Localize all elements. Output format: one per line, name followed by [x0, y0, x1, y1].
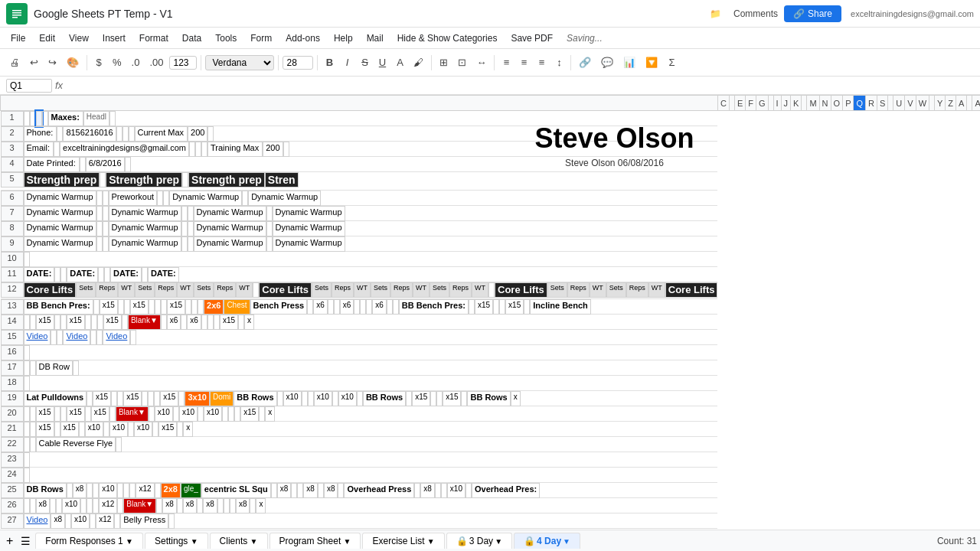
cell-d3[interactable]	[54, 142, 60, 157]
tab-3day[interactable]: 🔒 3 Day ▼	[446, 533, 512, 549]
reps-21-4[interactable]: x10	[85, 422, 103, 437]
cell-date-val[interactable]: 6/8/2016	[86, 157, 125, 172]
cell-l14[interactable]	[97, 315, 103, 330]
row24-cells[interactable]	[24, 468, 30, 483]
cell-r1[interactable]	[42, 111, 48, 126]
cell-pq7[interactable]	[103, 206, 109, 221]
cells-c17[interactable]	[24, 360, 30, 376]
cells-af13[interactable]	[387, 299, 393, 315]
reps-14-2[interactable]: x15	[67, 315, 85, 330]
cell-ak13[interactable]	[469, 299, 475, 315]
row23-cells[interactable]	[24, 452, 30, 468]
cell-ak25[interactable]	[414, 483, 420, 498]
cell-r19[interactable]: Domi	[210, 391, 234, 406]
cells-f15[interactable]	[51, 330, 57, 345]
cells-z19[interactable]	[332, 391, 338, 406]
cell-e13[interactable]	[93, 299, 100, 315]
menu-insert[interactable]: Insert	[96, 31, 132, 45]
cells-r20[interactable]	[149, 406, 155, 422]
reps-20-3[interactable]: x15	[91, 406, 109, 422]
cell-c21[interactable]	[24, 422, 30, 437]
cell-d2[interactable]	[57, 126, 63, 142]
reps-25-1[interactable]: x8	[73, 483, 87, 498]
currency-btn[interactable]: $	[91, 55, 106, 70]
cell-e21[interactable]	[30, 422, 36, 437]
reps-25-4[interactable]: x8	[277, 483, 292, 498]
cell-g20[interactable]	[54, 406, 60, 422]
cell-phone-val[interactable]: 8156216016	[63, 126, 116, 142]
cells-n14[interactable]	[122, 315, 128, 330]
cell-h14[interactable]	[60, 315, 67, 330]
cell-aa13[interactable]	[360, 299, 366, 315]
cells-r26[interactable]	[156, 498, 162, 514]
align-right[interactable]: ≡	[534, 55, 549, 70]
reps-27-2[interactable]: x10	[71, 514, 90, 529]
cell-l13[interactable]	[161, 299, 167, 315]
cell-pq17[interactable]	[30, 360, 36, 376]
cell-an19[interactable]	[436, 391, 443, 406]
cell-warmup3-vals9[interactable]	[266, 236, 273, 252]
cell-aj14[interactable]	[214, 315, 220, 330]
reps-25-7[interactable]: x8	[420, 483, 435, 498]
decimal-inc[interactable]: .00	[145, 55, 167, 70]
col-G[interactable]: G	[756, 96, 768, 111]
cell-r2[interactable]	[129, 126, 135, 142]
cell-e26[interactable]	[30, 498, 36, 514]
cells-aq25[interactable]	[466, 483, 472, 498]
reps-13-8[interactable]: x15	[505, 299, 524, 315]
font-select[interactable]: Verdana Arial Times New Roman	[205, 55, 274, 70]
align-center[interactable]: ≡	[516, 55, 531, 70]
cell-warmup3-vals8[interactable]	[266, 221, 273, 236]
folder-icon[interactable]: 📁	[710, 8, 721, 19]
cell-l25[interactable]	[129, 483, 136, 498]
reps-13-3[interactable]: x15	[167, 299, 185, 315]
cell-am19[interactable]	[430, 391, 436, 406]
cells-am14[interactable]	[238, 315, 244, 330]
menu-data[interactable]: Data	[176, 31, 207, 45]
cell-g13[interactable]	[118, 299, 124, 315]
row16-cells[interactable]	[24, 345, 30, 360]
cell-j25[interactable]	[117, 483, 123, 498]
tab-form-responses[interactable]: Form Responses 1 ▼	[35, 533, 143, 549]
cell-t25[interactable]	[271, 483, 277, 498]
reps-14-1[interactable]: x15	[36, 315, 54, 330]
col-F[interactable]: F	[746, 96, 756, 111]
cells-v21[interactable]	[103, 422, 109, 437]
col-N[interactable]: N	[819, 96, 831, 111]
reps-14-5[interactable]: x6	[187, 315, 201, 330]
cell-email-val[interactable]: exceltrainingdesigns@gmail.com	[60, 142, 189, 157]
cell-warmup-3b[interactable]	[96, 221, 103, 236]
borders-button[interactable]: ⊞	[436, 55, 452, 70]
cells-n20[interactable]	[109, 406, 116, 422]
cells-v26[interactable]	[177, 498, 183, 514]
reps-21-1[interactable]: x15	[36, 422, 54, 437]
cells-ab25[interactable]	[338, 483, 344, 498]
menu-hide-show[interactable]: Hide & Show Categories	[391, 31, 504, 45]
cell-av21[interactable]: x	[183, 422, 193, 437]
col-O[interactable]: O	[831, 96, 843, 111]
cell-l19[interactable]	[154, 391, 160, 406]
row18-cells[interactable]	[24, 376, 30, 391]
cell-ab13[interactable]	[366, 299, 372, 315]
cells-n27[interactable]	[114, 514, 120, 529]
reps-19-2[interactable]: x15	[123, 391, 142, 406]
col-Y[interactable]: Y	[935, 96, 946, 111]
reps-27-1[interactable]: x8	[51, 514, 65, 529]
reps-20-2[interactable]: x15	[67, 406, 85, 422]
cell-q25[interactable]: 2x8	[161, 483, 181, 498]
share-button[interactable]: 🔗 Share	[784, 5, 841, 22]
video-3[interactable]: Video	[103, 330, 130, 345]
reps-20-1[interactable]: x15	[36, 406, 54, 422]
cell-q26-blank[interactable]: Blank▼	[123, 498, 156, 514]
menu-addons[interactable]: Add-ons	[279, 31, 326, 45]
cell-q20-blank[interactable]: Blank▼	[116, 406, 149, 422]
tab-clients-arrow[interactable]: ▼	[250, 537, 258, 546]
cell-d4[interactable]	[80, 157, 86, 172]
undo-button[interactable]: ↩	[26, 55, 42, 70]
cell-pq5[interactable]	[100, 172, 106, 187]
cell-k19[interactable]	[148, 391, 154, 406]
cells-z21[interactable]	[128, 422, 134, 437]
cell-t13[interactable]	[307, 299, 313, 315]
reps-13-4[interactable]: x6	[313, 299, 328, 315]
cells-v20[interactable]	[173, 406, 179, 422]
